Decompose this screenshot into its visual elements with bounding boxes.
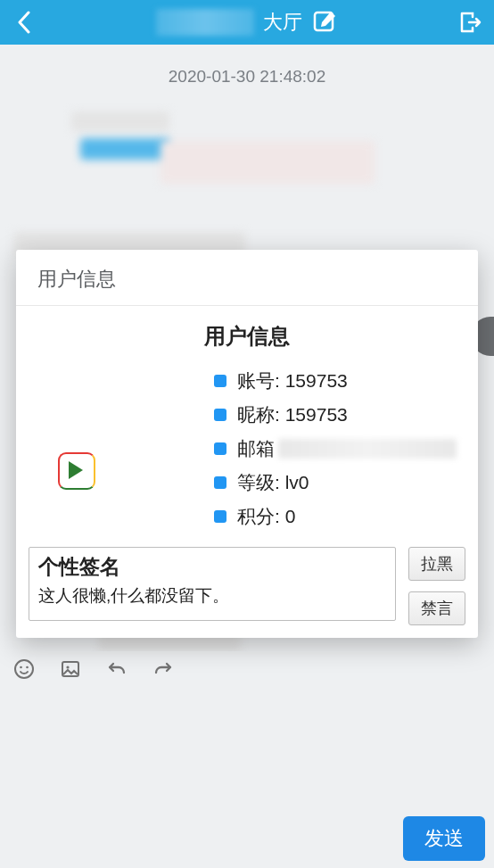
edit-icon[interactable] [311, 9, 338, 36]
svg-point-2 [20, 666, 22, 669]
message-timestamp: 2020-01-30 21:48:02 [0, 67, 494, 87]
svg-point-3 [26, 666, 29, 669]
level-label: 等级: [237, 470, 280, 495]
user-fields: 账号: 159753 昵称: 159753 邮箱 等级: [116, 368, 457, 538]
blacklist-button[interactable]: 拉黑 [408, 547, 465, 581]
undo-icon[interactable] [105, 657, 128, 681]
signature-title: 个性签名 [38, 553, 386, 581]
points-value: 0 [285, 506, 296, 527]
emoji-icon[interactable] [12, 657, 36, 681]
top-bar: 大厅 [0, 0, 494, 45]
email-label: 邮箱 [237, 436, 275, 461]
mute-button[interactable]: 禁言 [408, 591, 465, 625]
svg-point-5 [66, 665, 69, 668]
user-avatar [37, 368, 116, 538]
user-info-modal: 用户信息 用户信息 账号: 159753 昵称: 159753 [16, 250, 478, 638]
redo-icon[interactable] [152, 657, 175, 681]
compose-area[interactable]: 发送 [0, 687, 494, 868]
compose-toolbar [0, 651, 494, 687]
page-title: 大厅 [37, 9, 457, 36]
field-nickname: 昵称: 159753 [214, 402, 457, 427]
email-redacted [278, 439, 457, 459]
redacted-content [71, 112, 169, 131]
redacted-content [161, 141, 375, 184]
avatar-logo-icon [58, 452, 95, 490]
title-suffix: 大厅 [263, 9, 302, 36]
signature-box: 个性签名 这人很懒,什么都没留下。 [29, 547, 396, 621]
points-label: 积分: [237, 504, 280, 529]
bullet-icon [214, 409, 226, 421]
user-info-title: 用户信息 [37, 322, 457, 351]
send-button[interactable]: 发送 [403, 816, 485, 861]
account-label: 账号: [237, 368, 280, 393]
bullet-icon [214, 375, 226, 387]
svg-point-1 [15, 660, 33, 678]
nickname-label: 昵称: [237, 402, 280, 427]
back-button[interactable] [11, 9, 37, 36]
level-value: lv0 [285, 472, 309, 493]
modal-header: 用户信息 [16, 250, 478, 306]
field-level: 等级: lv0 [214, 470, 457, 495]
field-account: 账号: 159753 [214, 368, 457, 393]
bullet-icon [214, 442, 226, 455]
bullet-icon [214, 476, 226, 489]
redacted-content [80, 138, 169, 160]
title-redacted [156, 9, 254, 36]
image-icon[interactable] [59, 657, 82, 681]
field-email: 邮箱 [214, 436, 457, 461]
bullet-icon [214, 510, 226, 523]
field-points: 积分: 0 [214, 504, 457, 529]
signature-text: 这人很懒,什么都没留下。 [38, 584, 386, 608]
nickname-value: 159753 [285, 404, 348, 426]
exit-button[interactable] [457, 9, 483, 36]
account-value: 159753 [285, 370, 348, 392]
